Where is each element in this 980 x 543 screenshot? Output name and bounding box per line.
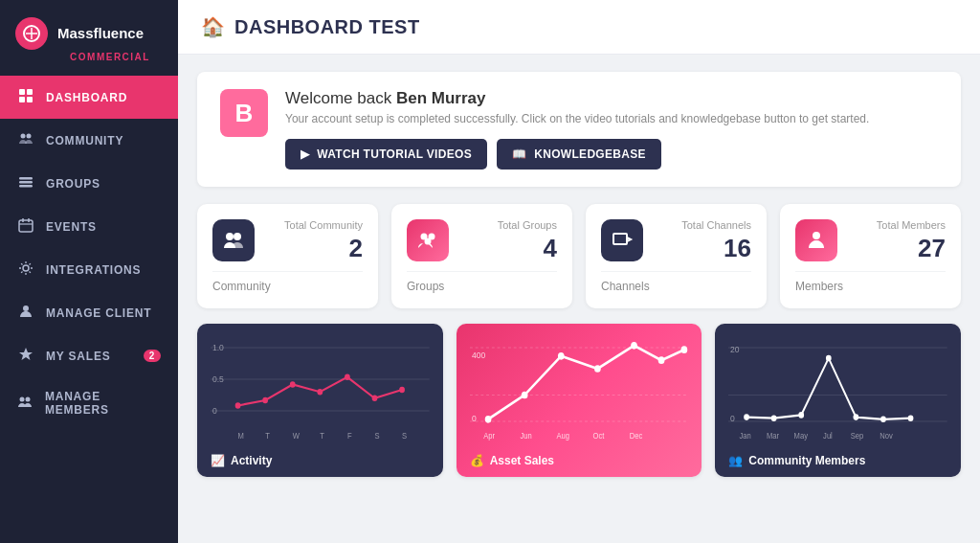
welcome-subtitle: Your account setup is completed successf…: [285, 112, 938, 125]
manage-members-icon: [17, 395, 33, 413]
chart-community-members: 20 0 Jan Mar May Jul Sep: [715, 324, 961, 477]
stat-footer-groups: Groups: [407, 271, 557, 293]
svg-point-75: [908, 415, 914, 421]
logo-icon: [15, 17, 48, 50]
svg-point-17: [23, 305, 29, 311]
sidebar-label-manage-client: MANAGE CLIENT: [46, 306, 151, 320]
svg-point-58: [680, 346, 687, 353]
stat-footer-channels: Channels: [601, 271, 751, 293]
svg-rect-11: [19, 185, 33, 188]
svg-point-40: [235, 402, 241, 409]
stat-card-channels: Total Channels 16 Channels: [586, 204, 767, 308]
svg-point-71: [799, 412, 805, 419]
sidebar-item-community[interactable]: COMMUNITY: [0, 119, 178, 162]
sidebar-item-dashboard[interactable]: DASHBOARD: [0, 76, 178, 119]
sidebar-item-manage-members[interactable]: MANAGE MEMBERS: [0, 377, 178, 429]
stats-row: Total Community 2 Community Total Groups…: [197, 204, 961, 308]
sidebar-label-integrations: INTEGRATIONS: [46, 263, 141, 277]
sidebar-item-events[interactable]: EVENTS: [0, 205, 178, 248]
sidebar-item-integrations[interactable]: INTEGRATIONS: [0, 248, 178, 291]
svg-rect-12: [19, 220, 33, 232]
svg-point-73: [854, 414, 859, 420]
svg-point-54: [558, 352, 565, 360]
stat-value-channels: 16: [681, 234, 751, 263]
knowledgebase-button[interactable]: 📖 KNOWLEDGEBASE: [497, 139, 661, 170]
welcome-card: B Welcome back Ben Murray Your account s…: [197, 72, 961, 187]
svg-text:Nov: Nov: [880, 431, 893, 441]
stat-footer-members: Members: [795, 271, 946, 293]
svg-point-26: [813, 232, 820, 239]
svg-point-46: [399, 387, 405, 394]
svg-point-53: [521, 392, 527, 399]
chart-activity-footer: 📈 Activity: [211, 454, 272, 467]
header-home-icon: 🏠: [201, 15, 225, 38]
svg-text:T: T: [320, 431, 324, 441]
svg-text:Mar: Mar: [767, 431, 779, 441]
svg-text:S: S: [402, 431, 408, 441]
charts-row: 1.0 0.5 0 M T W T F S S: [197, 324, 961, 477]
asset-sales-icon: 💰: [470, 454, 484, 467]
welcome-prefix: Welcome back: [285, 89, 396, 107]
svg-point-21: [234, 233, 241, 240]
tutorial-button[interactable]: ▶ WATCH TUTORIAL VIDEOS: [285, 139, 487, 170]
app-name: Massfluence: [57, 26, 144, 42]
svg-point-42: [290, 381, 296, 388]
svg-rect-3: [19, 89, 25, 95]
svg-point-72: [826, 355, 832, 362]
my-sales-icon: [17, 347, 34, 365]
tutorial-icon: ▶: [301, 147, 309, 161]
sidebar-item-my-sales[interactable]: MY SALES 2: [0, 334, 178, 377]
app-sub: COMMERCIAL: [42, 52, 178, 76]
chart-activity: 1.0 0.5 0 M T W T F S S: [197, 324, 443, 477]
svg-text:0: 0: [212, 406, 217, 417]
svg-rect-4: [27, 89, 33, 95]
stat-value-community: 2: [284, 234, 363, 263]
chart-asset-sales-footer: 💰 Asset Sales: [470, 454, 554, 467]
svg-text:M: M: [238, 431, 244, 441]
welcome-title: Welcome back Ben Murray: [285, 89, 938, 108]
sidebar-label-my-sales: MY SALES: [46, 350, 111, 363]
integrations-icon: [17, 260, 34, 279]
dashboard-icon: [17, 88, 34, 106]
svg-rect-10: [19, 181, 33, 184]
community-members-icon: 👥: [728, 454, 743, 467]
activity-label: Activity: [231, 454, 272, 467]
stat-icon-community: [212, 219, 255, 261]
stat-label-groups: Total Groups: [498, 219, 557, 231]
tutorial-label: WATCH TUTORIAL VIDEOS: [317, 147, 472, 161]
svg-rect-9: [19, 177, 33, 180]
page-title: DASHBOARD TEST: [234, 16, 420, 38]
manage-client-icon: [17, 304, 34, 322]
svg-text:0: 0: [730, 413, 735, 423]
knowledge-label: KNOWLEDGEBASE: [534, 147, 646, 161]
stat-value-members: 27: [877, 234, 946, 263]
svg-point-74: [880, 417, 886, 423]
page-header: 🏠 DASHBOARD TEST: [178, 0, 980, 55]
events-icon: [17, 217, 34, 236]
stat-label-channels: Total Channels: [681, 219, 751, 231]
svg-text:F: F: [347, 431, 352, 441]
sidebar-label-dashboard: DASHBOARD: [46, 91, 127, 104]
svg-text:0.5: 0.5: [212, 374, 224, 385]
chart-community-members-footer: 👥 Community Members: [728, 454, 865, 467]
stat-icon-members: [795, 219, 837, 261]
svg-text:Jun: Jun: [520, 431, 532, 441]
svg-point-57: [657, 356, 664, 364]
svg-rect-6: [27, 97, 33, 102]
sidebar-item-manage-client[interactable]: MANAGE CLIENT: [0, 291, 178, 334]
sidebar-item-groups[interactable]: GROUPS: [0, 162, 178, 205]
stat-card-groups: Total Groups 4 Groups: [391, 204, 572, 308]
stat-label-members: Total Members: [877, 219, 946, 231]
svg-point-55: [594, 365, 601, 373]
svg-point-24: [425, 238, 432, 245]
content-area: B Welcome back Ben Murray Your account s…: [178, 55, 980, 543]
svg-point-41: [262, 397, 268, 404]
svg-text:20: 20: [730, 345, 740, 355]
svg-point-8: [27, 134, 32, 139]
svg-rect-5: [19, 97, 25, 102]
svg-text:W: W: [293, 431, 300, 441]
svg-point-43: [317, 389, 323, 396]
sidebar-label-events: EVENTS: [46, 220, 97, 234]
svg-text:400: 400: [472, 350, 485, 360]
svg-point-70: [771, 415, 777, 421]
